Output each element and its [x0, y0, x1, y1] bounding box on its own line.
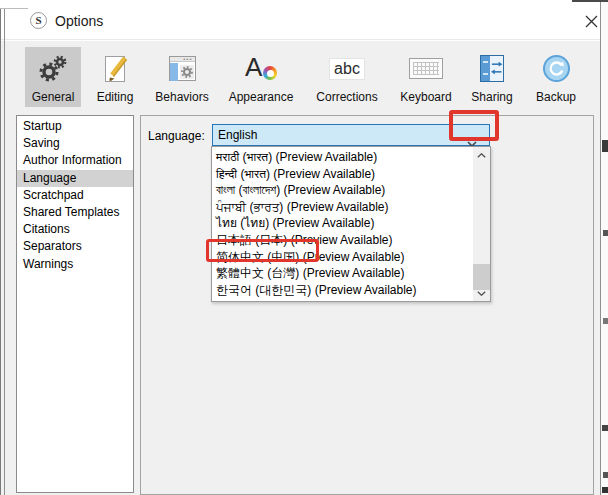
toolbar-tab-general[interactable]: General — [25, 47, 81, 107]
sidebar-item-scratchpad[interactable]: Scratchpad — [17, 187, 133, 204]
toolbar-tab-keyboard[interactable]: Keyboard — [394, 47, 458, 107]
toolbar-tab-label: Editing — [97, 90, 134, 104]
background-artifact — [601, 2, 608, 495]
language-combobox-value: English — [218, 128, 257, 142]
toolbar-tab-sharing[interactable]: Sharing — [465, 47, 519, 107]
toolbar-tab-label: Backup — [536, 90, 576, 104]
background-artifact — [602, 425, 608, 431]
title-bar: S Options — [0, 0, 608, 40]
language-combobox[interactable]: English — [212, 124, 490, 146]
refresh-circle-icon — [528, 47, 584, 90]
dropdown-item-thai[interactable]: ไทย (ไทย) (Preview Available) — [212, 215, 490, 232]
app-logo-icon: S — [30, 12, 47, 29]
close-icon[interactable] — [582, 12, 600, 30]
dropdown-item-bengali[interactable]: বাংলা (বাংলাদেশ) (Preview Available) — [212, 182, 490, 199]
background-artifact — [603, 472, 608, 478]
window-title: Options — [55, 13, 103, 29]
language-dropdown-list: मराठी (भारत) (Preview Available) हिन्दी … — [211, 146, 491, 302]
background-artifact — [602, 487, 608, 493]
toolbar-tab-editing[interactable]: Editing — [89, 47, 141, 107]
letter-color-wheel-icon: A — [225, 47, 297, 90]
toolbar-tab-label: Behaviors — [155, 90, 208, 104]
background-artifact — [0, 8, 28, 9]
sidebar-item-language[interactable]: Language — [17, 170, 133, 187]
pencil-document-icon — [89, 47, 141, 90]
toolbar-tab-corrections[interactable]: abc Corrections — [312, 47, 382, 107]
scroll-up-icon[interactable] — [473, 147, 490, 163]
sidebar-item-warnings[interactable]: Warnings — [17, 256, 133, 273]
dropdown-item-marathi[interactable]: मराठी (भारत) (Preview Available) — [212, 149, 490, 166]
dropdown-scrollbar[interactable] — [473, 147, 490, 301]
language-field-label: Language: — [148, 129, 205, 143]
scroll-down-icon[interactable] — [473, 285, 490, 301]
dropdown-item-korean[interactable]: 한국어 (대한민국) (Preview Available) — [212, 282, 490, 299]
dropdown-item-japanese[interactable]: 日本語 (日本) (Preview Available) — [212, 232, 490, 249]
gears-icon — [25, 47, 81, 90]
window-gear-icon: ••• — [150, 47, 214, 90]
toolbar-tab-label: Corrections — [316, 90, 377, 104]
app-logo-letter: S — [35, 15, 41, 26]
abc-icon: abc — [312, 47, 382, 90]
toolbar-tab-label: General — [32, 90, 75, 104]
sidebar-item-separators[interactable]: Separators — [17, 238, 133, 255]
sync-book-icon — [465, 47, 519, 90]
background-artifact — [602, 140, 608, 152]
sidebar-item-startup[interactable]: Startup — [17, 118, 133, 135]
toolbar-tab-backup[interactable]: Backup — [528, 47, 584, 107]
options-dialog: S Options General — [0, 0, 608, 495]
background-artifact — [0, 8, 1, 495]
background-artifact — [4, 8, 5, 495]
dropdown-item-punjabi[interactable]: ਪੰਜਾਬੀ (ਭਾਰਤ) (Preview Available) — [212, 199, 490, 216]
toolbar-tab-label: Sharing — [471, 90, 512, 104]
sidebar-item-saving[interactable]: Saving — [17, 135, 133, 152]
category-list: Startup Saving Author Information Langua… — [16, 115, 134, 493]
keyboard-icon — [394, 47, 458, 90]
toolbar-tab-label: Appearance — [229, 90, 294, 104]
dropdown-item-simplified-chinese[interactable]: 简体中文 (中国) (Preview Available) — [212, 249, 490, 266]
sidebar-item-author-information[interactable]: Author Information — [17, 152, 133, 169]
toolbar-tab-behaviors[interactable]: ••• Behaviors — [150, 47, 214, 107]
abc-icon-text: abc — [329, 58, 365, 80]
toolbar-tab-label: Keyboard — [400, 90, 451, 104]
sidebar-item-shared-templates[interactable]: Shared Templates — [17, 204, 133, 221]
background-artifact — [603, 230, 608, 236]
sidebar-item-citations[interactable]: Citations — [17, 221, 133, 238]
dropdown-item-hindi[interactable]: हिन्दी (भारत) (Preview Available) — [212, 166, 490, 183]
dropdown-item-traditional-chinese[interactable]: 繁體中文 (台灣) (Preview Available) — [212, 265, 490, 282]
toolbar-tab-appearance[interactable]: A Appearance — [225, 47, 297, 107]
background-artifact — [603, 318, 608, 324]
